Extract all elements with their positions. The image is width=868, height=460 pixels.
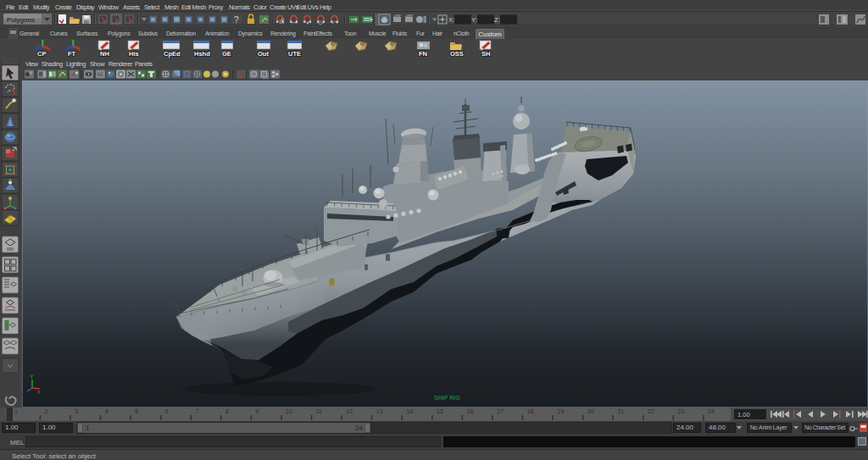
svg-text:SH: SH <box>481 50 490 58</box>
svg-text:12: 12 <box>346 408 353 414</box>
svg-text:24: 24 <box>708 408 715 414</box>
svg-text:3: 3 <box>75 408 78 414</box>
svg-text:FN: FN <box>419 50 427 58</box>
svg-text:15: 15 <box>437 408 443 414</box>
svg-text:7: 7 <box>195 408 198 414</box>
svg-text:?: ? <box>234 15 239 25</box>
svg-text:x: x <box>37 389 41 395</box>
svg-text:NH: NH <box>100 50 109 58</box>
svg-text:14: 14 <box>406 408 413 414</box>
svg-text:22: 22 <box>648 408 654 414</box>
svg-text:8: 8 <box>225 408 229 414</box>
svg-text:Hshd: Hshd <box>194 50 210 58</box>
svg-text:10: 10 <box>286 408 292 414</box>
svg-text:Y:: Y: <box>471 16 477 24</box>
svg-text:UTE: UTE <box>288 50 301 58</box>
svg-text:21: 21 <box>617 408 624 414</box>
svg-text:1.00: 1.00 <box>737 411 750 418</box>
svg-text:Polygons: Polygons <box>7 16 35 24</box>
svg-text:CP: CP <box>37 50 46 58</box>
svg-text:GE: GE <box>222 50 231 58</box>
svg-text:23: 23 <box>678 408 685 414</box>
svg-text:X:: X: <box>448 16 455 24</box>
svg-text:FT: FT <box>68 50 76 58</box>
svg-text:OSS: OSS <box>450 50 464 58</box>
svg-text:9: 9 <box>256 408 259 414</box>
svg-text:11: 11 <box>316 408 322 414</box>
svg-text:1: 1 <box>14 408 18 414</box>
svg-text:Y: Y <box>30 374 34 380</box>
svg-text:13: 13 <box>376 408 383 414</box>
svg-text:CpEd: CpEd <box>164 50 181 58</box>
svg-text:4: 4 <box>105 408 108 414</box>
svg-text:His: His <box>129 50 139 58</box>
svg-text:5: 5 <box>135 408 138 414</box>
svg-text:18: 18 <box>527 408 534 414</box>
svg-text:19: 19 <box>557 408 564 414</box>
svg-text:17: 17 <box>497 408 504 414</box>
svg-text:Z:: Z: <box>494 16 500 24</box>
svg-text:20: 20 <box>587 408 594 414</box>
svg-text:2: 2 <box>45 408 48 414</box>
svg-text:16: 16 <box>467 408 474 414</box>
svg-text:Out: Out <box>258 50 269 58</box>
svg-text:6: 6 <box>165 408 169 414</box>
